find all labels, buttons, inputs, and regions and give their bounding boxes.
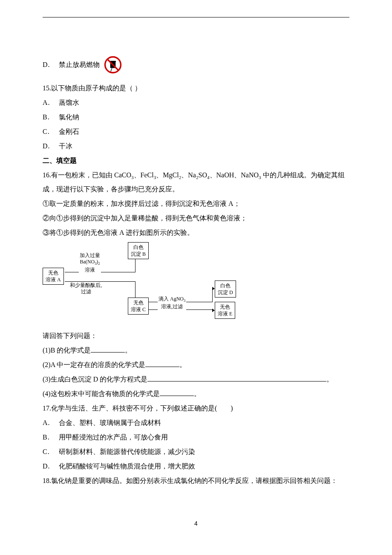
option-text: 用甲醛浸泡过的水产品，可放心食用	[59, 431, 168, 444]
q-number: 17.	[43, 405, 51, 412]
option-text: 合金、塑料、玻璃钢属于合成材料	[59, 416, 161, 430]
diagram-label-reagent1: 加入过量 Ba(NO3)2 溶液	[79, 252, 101, 274]
q16-stem: 16.有一包粉末，已知由 CaCO3、FeCl3、MgCl2、Na2SO4、Na…	[43, 168, 349, 196]
q15-option-a: A. 蒸馏水	[43, 96, 349, 110]
option-text: 蒸馏水	[59, 96, 79, 110]
option-label: A.	[43, 96, 57, 110]
q-stem-text: 氯化钠是重要的调味品。如图分别表示生成氯化钠的不同化学反应，请根据图示回答相关问…	[51, 477, 337, 484]
option-label: D.	[43, 58, 57, 72]
q16-diagram: 无色 溶液 A 加入过量 Ba(NO3)2 溶液 和少量酚酞后, 过滤 白色 沉…	[43, 242, 264, 323]
formula: Ba(NO3)2	[80, 259, 100, 266]
option-text: 化肥硝酸铵可与碱性物质混合使用，增大肥效	[59, 460, 195, 473]
section-2-heading: 二、填空题	[43, 154, 349, 168]
q16-part4: (4)这包粉末中可能含有物质的化学式是。	[43, 387, 349, 401]
q17-option-c: C. 研制新材料、新能源替代传统能源，减少污染	[43, 445, 349, 459]
q15-stem: 15.以下物质由原子构成的是（ ）	[43, 81, 349, 95]
q17-stem: 17.化学与生活、生产、科技密不可分，下列叙述正确的是( )	[43, 402, 349, 415]
q15-option-b: B. 氯化钠	[43, 110, 349, 124]
q15-option-c: C. 金刚石	[43, 125, 349, 139]
q14-option-d: D. 禁止放易燃物	[43, 56, 349, 74]
q15-option-d: D. 干冰	[43, 139, 349, 153]
q16-part3: (3)生成白色沉淀 D 的化学方程式是。	[43, 373, 349, 386]
option-text: 干冰	[59, 139, 72, 153]
stem-pre: 有一包粉末，已知由	[51, 171, 114, 179]
page: D. 禁止放易燃物 15.以下物质由原子构成的是（ ） A. 蒸馏水 B. 氯化…	[0, 17, 392, 546]
diagram-label-filter: 和少量酚酞后, 过滤	[69, 282, 103, 295]
q16-step1: ①取一定质量的粉末，加水搅拌后过滤，得到沉淀和无色溶液 A；	[43, 197, 349, 211]
q-stem-text: 化学与生活、生产、科技密不可分，下列叙述正确的是( )	[51, 405, 233, 412]
q16-part2: (2)A 中一定存在的溶质的化学式是。	[43, 358, 349, 372]
formula: 滴入 AgNO3	[159, 296, 185, 304]
diagram-box-a: 无色 溶液 A	[43, 268, 64, 285]
q-number: 18.	[43, 477, 51, 484]
arrow	[65, 281, 135, 282]
option-label: A.	[43, 416, 57, 430]
option-text: 金刚石	[59, 125, 79, 139]
diagram-label-reagent2: 滴入 AgNO3 溶液,过滤	[158, 296, 186, 310]
q17-option-a: A. 合金、塑料、玻璃钢属于合成材料	[43, 416, 349, 430]
q16-part1: (1)B 的化学式是。	[43, 344, 349, 357]
diagram-box-c: 无色 溶液 C	[128, 298, 149, 315]
q-stem-text: 以下物质由原子构成的是（ ）	[51, 84, 141, 92]
prohibit-barrel-icon	[104, 56, 122, 74]
q16-prompt: 请回答下列问题：	[43, 329, 349, 343]
q-number: 16.	[43, 171, 51, 179]
page-number: 4	[43, 517, 349, 529]
q16-step2: ②向①步得到的沉淀中加入足量稀盐酸，得到无色气体和黄色溶液；	[43, 211, 349, 225]
option-text: 禁止放易燃物	[59, 58, 100, 72]
formulas: CaCO3、FeCl3、MgCl2、Na2SO4、NaOH、NaNO3	[114, 171, 261, 179]
fill-blank[interactable]	[147, 375, 326, 382]
diagram-box-e: 无色 溶液 E	[215, 302, 235, 319]
option-label: B.	[43, 110, 57, 124]
fill-blank[interactable]	[145, 360, 179, 367]
q17-option-d: D. 化肥硝酸铵可与碱性物质混合使用，增大肥效	[43, 460, 349, 473]
option-label: C.	[43, 445, 57, 459]
option-text: 研制新材料、新能源替代传统能源，减少污染	[59, 445, 195, 459]
fill-blank[interactable]	[160, 389, 194, 396]
q18-stem: 18.氯化钠是重要的调味品。如图分别表示生成氯化钠的不同化学反应，请根据图示回答…	[43, 474, 349, 488]
diagram-box-b: 白色 沉淀 B	[128, 242, 149, 259]
option-label: B.	[43, 431, 57, 444]
diagram-box-d: 白色 沉淀 D	[215, 280, 236, 298]
option-label: D.	[43, 139, 57, 153]
option-text: 氯化钠	[59, 110, 79, 124]
option-label: C.	[43, 125, 57, 139]
q16-step3: ③将①步得到的无色溶液 A 进行如图所示的实验。	[43, 226, 349, 240]
option-label: D.	[43, 460, 57, 473]
q17-option-b: B. 用甲醛浸泡过的水产品，可放心食用	[43, 431, 349, 444]
arrow	[135, 281, 135, 298]
q-number: 15.	[43, 84, 51, 92]
fill-blank[interactable]	[91, 346, 125, 353]
top-rule	[43, 17, 349, 17]
